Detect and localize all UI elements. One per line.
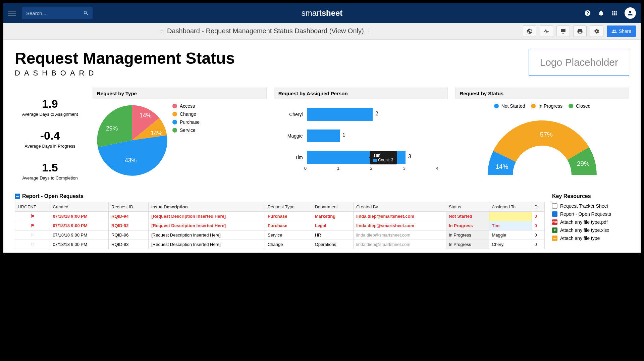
metric-assignment: 1.9Average Days to Assignment <box>15 97 85 117</box>
bell-icon[interactable] <box>598 10 604 16</box>
search-icon <box>83 10 89 16</box>
present-button[interactable] <box>556 25 570 37</box>
activity-button[interactable] <box>540 25 553 37</box>
svg-text:14%: 14% <box>151 130 163 137</box>
page-title: Dashboard - Request Management Status Da… <box>167 27 364 35</box>
brand-logo: smartsheet <box>302 8 343 18</box>
panel-request-type: Request by Type 14% 14% 43% 29% <box>93 88 267 190</box>
svg-text:29%: 29% <box>106 125 118 132</box>
help-icon[interactable] <box>584 10 591 16</box>
search-box[interactable] <box>22 7 93 19</box>
table-row[interactable]: ⚑07/18/18 9:00 PMRQID-92[Request Descrip… <box>15 221 545 230</box>
resource-item[interactable]: XAttach any file type.xlsx <box>552 227 629 233</box>
donut-legend: Not Started In Progress Closed <box>458 103 627 109</box>
menu-icon[interactable] <box>8 9 16 17</box>
print-button[interactable] <box>573 25 587 37</box>
toolbar: ☆ Dashboard - Request Management Status … <box>3 23 641 40</box>
metric-progress: -0.4Average Days in Progress <box>15 129 85 149</box>
bar-chart[interactable]: Cheryl2 Maggie1 Tim3 TimCount: 3 <box>277 103 445 164</box>
report-section: ▬Report - Open Requests URGENTCreatedReq… <box>15 192 545 249</box>
pie-chart[interactable]: 14% 14% 43% 29% <box>95 103 169 177</box>
table-row[interactable]: ⚐07/18/18 9:00 PMRQID-93[Request Descrip… <box>15 240 545 249</box>
top-bar: smartsheet <box>3 3 641 23</box>
resource-item[interactable]: —Attach any file type <box>552 236 629 241</box>
resource-item[interactable]: PDFAttach any file type.pdf <box>552 219 629 225</box>
resources-section: Key Resources Request Tracker SheetRepor… <box>552 192 629 249</box>
report-table[interactable]: URGENTCreatedRequest IDIssue Description… <box>15 202 545 249</box>
pie-legend: Access Change Purchase Service <box>172 103 200 186</box>
search-input[interactable] <box>26 10 83 16</box>
svg-text:29%: 29% <box>577 160 590 167</box>
dashboard-subtitle: DASHBOARD <box>15 69 235 78</box>
globe-button[interactable] <box>523 25 536 37</box>
resource-item[interactable]: Request Tracker Sheet <box>552 203 629 209</box>
svg-text:57%: 57% <box>540 131 553 138</box>
table-row[interactable]: ⚑07/18/18 9:00 PMRQID-94[Request Descrip… <box>15 212 545 221</box>
donut-chart[interactable]: 14% 57% 29% <box>458 112 627 179</box>
svg-text:14%: 14% <box>140 112 152 119</box>
apps-icon[interactable] <box>611 10 618 16</box>
logo-placeholder: Logo Placeholder <box>529 49 629 76</box>
panel-request-status: Request by Status Not Started In Progres… <box>455 88 629 190</box>
resource-item[interactable]: Report - Open Requests <box>552 211 629 217</box>
chart-tooltip: TimCount: 3 <box>370 151 396 164</box>
svg-text:14%: 14% <box>496 163 508 170</box>
metric-completion: 1.5Average Days to Completion <box>15 161 85 180</box>
user-avatar[interactable] <box>625 7 636 19</box>
more-icon[interactable]: ⋮ <box>366 28 372 35</box>
star-icon[interactable]: ☆ <box>159 27 165 35</box>
settings-button[interactable] <box>590 25 603 37</box>
share-button[interactable]: Share <box>607 25 636 37</box>
report-icon: ▬ <box>15 194 20 199</box>
table-row[interactable]: ⚐07/18/18 9:00 PMRQID-96[Request Descrip… <box>15 230 545 240</box>
metrics-column: 1.9Average Days to Assignment -0.4Averag… <box>15 88 85 190</box>
panel-assigned-person: Request by Assigned Person Cheryl2 Maggi… <box>274 88 448 190</box>
dashboard-title: Request Management Status <box>15 49 235 67</box>
svg-text:43%: 43% <box>125 157 137 164</box>
